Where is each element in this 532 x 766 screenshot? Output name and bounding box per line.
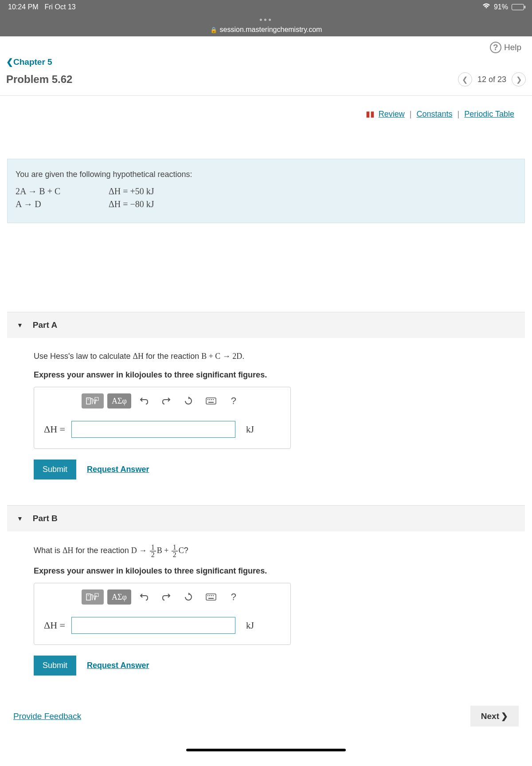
- part-a-header[interactable]: ▼ Part A: [7, 312, 525, 338]
- review-link[interactable]: Review: [379, 110, 405, 118]
- part-a-request-answer-link[interactable]: Request Answer: [87, 465, 149, 474]
- part-b-title: Part B: [33, 514, 58, 523]
- intro-text: You are given the following hypothetical…: [16, 170, 516, 179]
- toolbar-help-button[interactable]: ?: [224, 393, 243, 409]
- chevron-left-icon: ❮: [6, 57, 13, 67]
- svg-rect-12: [206, 594, 216, 600]
- chevron-right-icon: ❯: [501, 711, 508, 721]
- next-button[interactable]: Next ❯: [470, 706, 519, 727]
- status-date: Fri Oct 13: [44, 3, 75, 11]
- part-b-question: What is ΔH for the reaction D → 12B + 12…: [34, 544, 498, 558]
- svg-rect-14: [209, 595, 210, 596]
- templates-button[interactable]: x: [82, 589, 104, 605]
- svg-rect-13: [207, 595, 208, 596]
- part-a-submit-button[interactable]: Submit: [34, 460, 76, 479]
- part-b-instructions: Express your answer in kilojoules to thr…: [34, 566, 498, 576]
- svg-rect-5: [209, 399, 210, 400]
- part-b-answer-box: x ΑΣφ ?: [34, 583, 291, 645]
- problem-counter: 12 of 23: [477, 75, 506, 84]
- unit-label: kJ: [246, 424, 254, 435]
- templates-button[interactable]: x: [82, 393, 104, 409]
- part-a-answer-input[interactable]: [71, 421, 235, 438]
- battery-icon: [512, 4, 524, 10]
- caret-down-icon: ▼: [17, 515, 23, 522]
- delta-h-label: ΔH =: [44, 620, 65, 631]
- svg-rect-15: [211, 595, 212, 596]
- ipad-status-bar: 10:24 PM Fri Oct 13 91%: [0, 0, 532, 14]
- url-text: session.masteringchemistry.com: [220, 26, 322, 34]
- part-b-header[interactable]: ▼ Part B: [7, 505, 525, 531]
- caret-down-icon: ▼: [17, 322, 23, 329]
- home-indicator[interactable]: [186, 749, 346, 751]
- wifi-icon: [482, 3, 490, 11]
- status-time: 10:24 PM: [8, 3, 38, 11]
- undo-button[interactable]: [135, 393, 153, 409]
- reference-links: ▮▮ Review | Constants | Periodic Table: [0, 96, 532, 119]
- reaction-row: 2A → B + C ΔH = +50 kJ: [16, 186, 516, 196]
- constants-link[interactable]: Constants: [416, 110, 452, 118]
- part-a-title: Part A: [33, 320, 57, 330]
- periodic-table-link[interactable]: Periodic Table: [464, 110, 514, 118]
- reaction-row: A → D ΔH = −80 kJ: [16, 199, 516, 209]
- part-b-answer-input[interactable]: [71, 617, 235, 634]
- battery-pct: 91%: [494, 3, 508, 11]
- svg-rect-2: [95, 397, 98, 401]
- chapter-back-link[interactable]: ❮Chapter 5: [0, 57, 59, 67]
- greek-symbols-button[interactable]: ΑΣφ: [107, 393, 131, 409]
- browser-url-bar[interactable]: 🔒 session.masteringchemistry.com: [0, 23, 532, 36]
- part-a-answer-box: x ΑΣφ ?: [34, 387, 291, 449]
- problem-title: Problem 5.62: [6, 73, 72, 86]
- greek-symbols-button[interactable]: ΑΣφ: [107, 589, 131, 605]
- svg-text:x: x: [87, 593, 89, 597]
- problem-statement: You are given the following hypothetical…: [7, 159, 525, 223]
- lock-icon: 🔒: [210, 27, 217, 33]
- help-button[interactable]: ? Help: [490, 42, 521, 53]
- unit-label: kJ: [246, 621, 254, 631]
- part-a-instructions: Express your answer in kilojoules to thr…: [34, 370, 498, 380]
- svg-rect-4: [207, 399, 208, 400]
- svg-rect-7: [213, 399, 214, 400]
- svg-rect-17: [208, 598, 214, 599]
- next-problem-button[interactable]: ❯: [512, 72, 526, 86]
- keyboard-button[interactable]: [201, 589, 221, 605]
- svg-rect-16: [213, 595, 214, 596]
- part-b-request-answer-link[interactable]: Request Answer: [87, 661, 149, 670]
- keyboard-button[interactable]: [201, 393, 221, 409]
- provide-feedback-link[interactable]: Provide Feedback: [13, 711, 81, 721]
- undo-button[interactable]: [135, 589, 153, 605]
- flag-icon: ▮▮: [366, 110, 375, 118]
- svg-rect-8: [208, 402, 214, 403]
- reset-button[interactable]: [179, 393, 198, 409]
- svg-rect-11: [95, 593, 98, 597]
- part-b-submit-button[interactable]: Submit: [34, 656, 76, 676]
- reset-button[interactable]: [179, 589, 198, 605]
- svg-rect-3: [206, 398, 216, 404]
- tab-dots-icon: ●●●: [259, 16, 273, 23]
- redo-button[interactable]: [157, 589, 176, 605]
- prev-problem-button[interactable]: ❮: [458, 72, 472, 86]
- help-icon: ?: [490, 42, 501, 53]
- part-a-question: Use Hess's law to calculate ΔH for the r…: [34, 350, 498, 362]
- toolbar-help-button[interactable]: ?: [224, 589, 243, 605]
- delta-h-label: ΔH =: [44, 424, 65, 435]
- svg-rect-6: [211, 399, 212, 400]
- redo-button[interactable]: [157, 393, 176, 409]
- svg-text:x: x: [87, 397, 89, 401]
